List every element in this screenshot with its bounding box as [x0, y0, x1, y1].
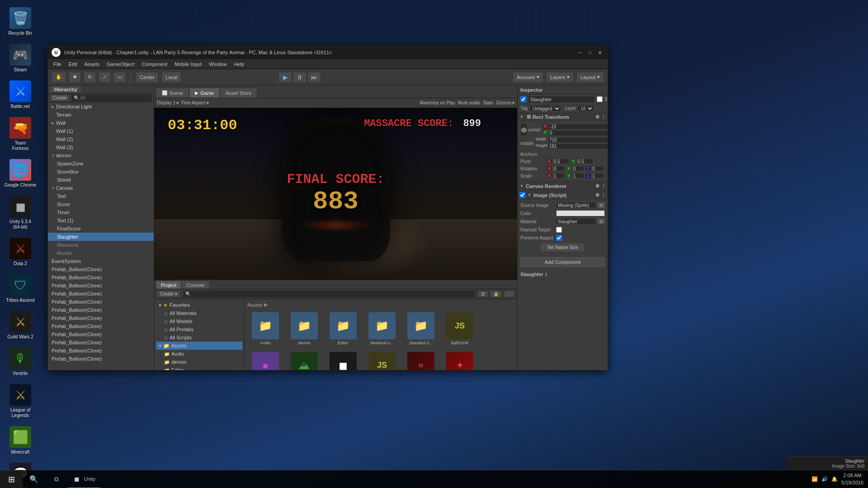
- menu-window[interactable]: Window: [205, 61, 230, 68]
- hierarchy-item[interactable]: FinalScore: [48, 225, 154, 233]
- object-active-checkbox[interactable]: [520, 96, 526, 102]
- menu-gameobject[interactable]: GameObject: [103, 61, 138, 68]
- taskbar-unity[interactable]: ◼ Unity: [68, 470, 100, 488]
- hierarchy-item[interactable]: Score: [48, 200, 154, 208]
- tree-favorites[interactable]: ▼ ★ Favorites: [156, 301, 242, 309]
- desktop-icon-gw2[interactable]: ⚔ Guild Wars 2: [2, 308, 38, 343]
- canvas-renderer-menu[interactable]: ⋮: [601, 183, 606, 188]
- stats-btn[interactable]: Stats: [483, 100, 493, 105]
- static-checkbox[interactable]: [597, 96, 603, 102]
- desktop-icon-lol[interactable]: ⚔ League of Legends: [2, 381, 38, 421]
- maximize-on-play[interactable]: Maximize on Play: [420, 100, 455, 105]
- rot-z-input[interactable]: [592, 166, 604, 171]
- hierarchy-item[interactable]: Prefab_Balloon(Clone): [48, 265, 154, 273]
- scale-y-input[interactable]: [573, 173, 584, 178]
- color-picker[interactable]: [556, 210, 605, 216]
- hierarchy-item[interactable]: Wall (2): [48, 135, 154, 143]
- asset-demonatta[interactable]: JS DemonAtta...: [364, 350, 400, 370]
- image-script-settings[interactable]: ⚙: [595, 192, 599, 197]
- center-toggle[interactable]: Center: [136, 72, 159, 83]
- desktop-icon-minecraft[interactable]: 🟩 Minecraft: [2, 423, 38, 458]
- tab-scene[interactable]: ⬜ Scene: [156, 88, 189, 98]
- mute-audio[interactable]: Mute audio: [458, 100, 480, 105]
- scale-tool[interactable]: ⤢: [99, 72, 111, 83]
- account-dropdown[interactable]: Account ▾: [513, 72, 543, 83]
- pivot-y-input[interactable]: [577, 159, 593, 164]
- tab-game[interactable]: ▶ Game: [189, 88, 220, 98]
- material-value[interactable]: Slaughter: [556, 218, 596, 225]
- menu-file[interactable]: File: [50, 61, 65, 68]
- desktop-icon-recycle-bin[interactable]: 🗑️ Recycle Bin: [2, 5, 38, 39]
- rect-transform-header[interactable]: ▼ ⊞ Rect Transform ⚙ ⋮: [518, 113, 608, 122]
- gizmos-dropdown[interactable]: Gizmos ▾: [496, 100, 514, 105]
- hierarchy-item[interactable]: Prefab_Balloon(Clone): [48, 290, 154, 298]
- hierarchy-item[interactable]: Prefab_Balloon(Clone): [48, 273, 154, 282]
- asset-medieval[interactable]: 📁 Medieval A...: [364, 310, 400, 347]
- tree-assets[interactable]: ▼ 📁 Assets: [156, 342, 242, 350]
- asset-standard[interactable]: 📁 Standard A...: [403, 310, 439, 347]
- tree-all-models[interactable]: ◇ All Models: [156, 317, 242, 325]
- close-button[interactable]: ✕: [596, 48, 604, 56]
- canvas-renderer-header[interactable]: ▼ Canvas Renderer ⚙ ⋮: [518, 182, 608, 191]
- menu-component[interactable]: Component: [138, 61, 171, 68]
- hierarchy-tab[interactable]: Hierarchy: [51, 86, 81, 93]
- hierarchy-item-slaughter[interactable]: Slaughter: [48, 233, 154, 241]
- taskbar-clock[interactable]: 2:08 AM 5/19/2016: [841, 472, 863, 486]
- pos-y-input[interactable]: [548, 130, 608, 136]
- hierarchy-item[interactable]: Terrain: [48, 111, 154, 119]
- hierarchy-item[interactable]: Prefab_Balloon(Clone): [48, 355, 154, 363]
- rect-tool[interactable]: ▭: [113, 72, 126, 83]
- asset-audio[interactable]: 📁 Audio: [247, 310, 283, 347]
- add-component-button[interactable]: Add Component: [520, 257, 605, 267]
- hierarchy-item[interactable]: Wall (1): [48, 127, 154, 135]
- hierarchy-item[interactable]: EventSystem: [48, 257, 154, 265]
- hierarchy-item[interactable]: Murder: [48, 249, 154, 257]
- assets-create-btn[interactable]: Create ▾: [157, 291, 180, 297]
- taskbar-search-button[interactable]: 🔍: [23, 470, 45, 488]
- desktop-icon-battlenet[interactable]: ⚔ Battle.net: [2, 78, 38, 112]
- tree-audio[interactable]: 📁 Audio: [156, 350, 242, 358]
- hierarchy-item[interactable]: Timer: [48, 208, 154, 216]
- width-input[interactable]: [548, 137, 608, 143]
- scale-z-input[interactable]: [592, 173, 604, 178]
- asset-massacre-2[interactable]: ✦ Massacre: [442, 350, 478, 370]
- desktop-icon-dota2[interactable]: ⚔ Dota 2: [2, 235, 38, 269]
- object-name-input[interactable]: [528, 96, 595, 103]
- tree-editor[interactable]: 📁 Editor: [156, 366, 242, 370]
- pivot-x-input[interactable]: [553, 159, 569, 164]
- hierarchy-item[interactable]: SpawnZone: [48, 160, 154, 168]
- tree-all-scripts[interactable]: ◇ All Scripts: [156, 333, 242, 342]
- asset-chapter1[interactable]: ◼ Chapter1: [325, 350, 361, 370]
- hierarchy-item[interactable]: Prefab_Balloon(Clone): [48, 306, 154, 314]
- menu-edit[interactable]: Edit: [65, 61, 81, 68]
- assets-view-toggle[interactable]: ☰: [478, 291, 488, 297]
- play-button[interactable]: ▶: [278, 72, 292, 83]
- tree-all-prefabs[interactable]: ◇ All Prefabs: [156, 325, 242, 333]
- hierarchy-item[interactable]: Prefab_Balloon(Clone): [48, 322, 154, 330]
- aspect-dropdown[interactable]: Free Aspect ▾: [181, 100, 208, 105]
- source-image-pick-btn[interactable]: ⊙: [598, 202, 605, 208]
- start-button[interactable]: ⊞: [0, 470, 23, 488]
- desktop-icon-unity[interactable]: ◼ Unity 5.3.4(64-bit): [2, 193, 38, 233]
- preserve-checkbox[interactable]: [556, 235, 562, 241]
- tray-volume-icon[interactable]: 🔊: [821, 476, 828, 482]
- asset-editor[interactable]: 📁 Editor: [325, 310, 361, 347]
- hierarchy-item[interactable]: Massacre: [48, 241, 154, 249]
- menu-mobile-input[interactable]: Mobile Input: [171, 61, 205, 68]
- tab-console[interactable]: Console: [181, 281, 209, 289]
- assets-search[interactable]: [183, 291, 475, 298]
- pos-x-input[interactable]: [548, 124, 608, 130]
- asset-massacre-1[interactable]: M Massacre: [403, 350, 439, 370]
- assets-lock-btn[interactable]: 🔒: [490, 291, 502, 297]
- hierarchy-item[interactable]: Shield: [48, 176, 154, 184]
- slaughter-info-icon[interactable]: ℹ: [545, 272, 547, 277]
- desktop-icon-chrome[interactable]: 🌐 Google Chrome: [2, 156, 38, 191]
- minimize-button[interactable]: ─: [576, 48, 584, 56]
- hierarchy-item[interactable]: Prefab_Balloon(Clone): [48, 338, 154, 347]
- hierarchy-item[interactable]: Wall (3): [48, 143, 154, 151]
- hand-tool[interactable]: ✋: [52, 72, 66, 83]
- layers-dropdown[interactable]: Layers ▾: [546, 72, 574, 83]
- tag-dropdown[interactable]: Untagged: [529, 105, 561, 112]
- desktop-icon-tribes[interactable]: 🛡 Tribes Ascend: [2, 272, 38, 306]
- rot-y-input[interactable]: [573, 166, 584, 171]
